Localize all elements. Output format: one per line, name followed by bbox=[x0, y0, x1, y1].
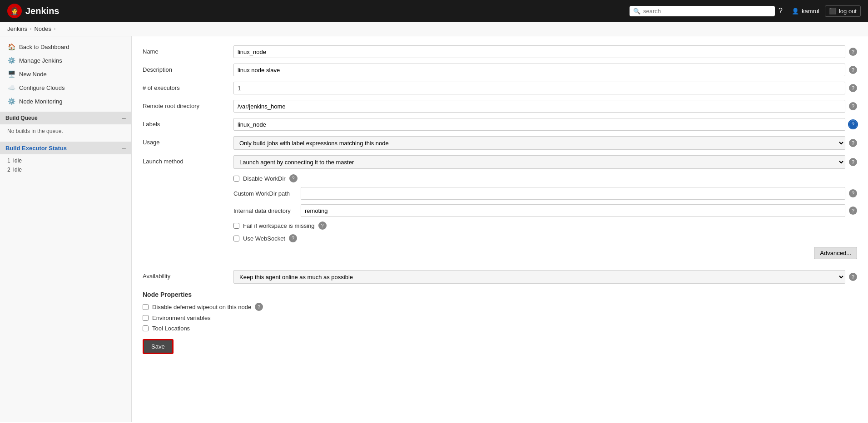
header: 🤵 Jenkins 🔍 ? 👤 kamrul ⬛ log out bbox=[0, 0, 868, 22]
gear-icon: ⚙️ bbox=[7, 57, 15, 64]
usage-help-icon[interactable]: ? bbox=[849, 139, 857, 147]
internal-data-row: Internal data directory ? bbox=[233, 204, 857, 217]
breadcrumb-jenkins[interactable]: Jenkins bbox=[7, 25, 27, 32]
internal-data-input[interactable] bbox=[301, 204, 845, 217]
logout-button[interactable]: ⬛ log out bbox=[825, 5, 861, 17]
usage-label: Usage bbox=[143, 136, 233, 146]
executors-label: # of executors bbox=[143, 82, 233, 91]
labels-input[interactable] bbox=[233, 118, 845, 131]
websocket-label: Use WebSocket bbox=[243, 235, 285, 242]
build-executor-section: Build Executor Status – bbox=[0, 142, 131, 154]
launch-method-control-wrap: Launch agent by connecting it to the mas… bbox=[233, 155, 857, 169]
build-queue-section: Build Queue – bbox=[0, 112, 131, 124]
websocket-help-icon[interactable]: ? bbox=[289, 234, 297, 242]
node-prop-wipeout-help-icon[interactable]: ? bbox=[255, 303, 263, 311]
cloud-icon: ☁️ bbox=[7, 84, 15, 91]
usage-row: Usage Only build jobs with label express… bbox=[143, 136, 857, 150]
username-label: kamrul bbox=[802, 8, 819, 15]
fail-workspace-help-icon[interactable]: ? bbox=[318, 221, 327, 230]
sidebar-item-label: New Node bbox=[19, 71, 47, 78]
launch-method-label: Launch method bbox=[143, 155, 233, 165]
availability-help-icon[interactable]: ? bbox=[849, 273, 857, 281]
usage-select[interactable]: Only build jobs with label expressions m… bbox=[233, 136, 845, 150]
node-properties-title: Node Properties bbox=[143, 291, 857, 298]
sidebar-item-node-monitoring[interactable]: ⚙️ Node Monitoring bbox=[0, 94, 131, 108]
node-prop-wipeout-label: Disable deferred wipeout on this node bbox=[152, 304, 251, 310]
breadcrumb-nodes[interactable]: Nodes bbox=[34, 25, 51, 32]
save-button[interactable]: Save bbox=[143, 339, 174, 354]
sidebar-item-manage-jenkins[interactable]: ⚙️ Manage Jenkins bbox=[0, 54, 131, 67]
sidebar-item-new-node[interactable]: 🖥️ New Node bbox=[0, 67, 131, 81]
executor-status-2: Idle bbox=[13, 167, 22, 173]
name-control-wrap: ? bbox=[233, 45, 857, 58]
sidebar-item-back-to-dashboard[interactable]: 🏠 Back to Dashboard bbox=[0, 40, 131, 54]
user-icon: 👤 bbox=[792, 8, 799, 15]
internal-data-help-icon[interactable]: ? bbox=[849, 207, 857, 215]
build-queue-title: Build Queue bbox=[5, 115, 38, 121]
node-prop-wipeout-row: Disable deferred wipeout on this node ? bbox=[143, 303, 857, 311]
node-prop-wipeout-checkbox[interactable] bbox=[143, 304, 149, 310]
main-content: Name ? Description ? # of executors ? Re… bbox=[132, 36, 868, 422]
websocket-checkbox[interactable] bbox=[233, 236, 239, 241]
breadcrumb-sep-1: › bbox=[30, 26, 31, 31]
node-prop-tools-checkbox[interactable] bbox=[143, 325, 149, 331]
availability-label: Availability bbox=[143, 270, 233, 280]
websocket-row: Use WebSocket ? bbox=[233, 234, 857, 242]
labels-help-icon[interactable]: ? bbox=[849, 120, 857, 128]
logout-icon: ⬛ bbox=[829, 8, 836, 15]
logout-label: log out bbox=[839, 8, 857, 15]
monitoring-icon: ⚙️ bbox=[7, 98, 15, 105]
build-queue-minimize[interactable]: – bbox=[122, 114, 126, 122]
launch-method-select[interactable]: Launch agent by connecting it to the mas… bbox=[233, 155, 845, 169]
jenkins-logo-link[interactable]: 🤵 Jenkins bbox=[7, 4, 59, 18]
build-executor-minimize[interactable]: – bbox=[122, 144, 126, 152]
fail-workspace-checkbox[interactable] bbox=[233, 223, 239, 229]
executor-number-2: 2 bbox=[7, 167, 10, 173]
disable-workdir-checkbox[interactable] bbox=[233, 176, 239, 182]
sidebar-item-label: Node Monitoring bbox=[19, 98, 62, 105]
node-prop-env-row: Environment variables bbox=[143, 315, 857, 321]
disable-workdir-row: Disable WorkDir ? bbox=[233, 174, 857, 182]
internal-data-label: Internal data directory bbox=[233, 207, 297, 214]
remote-root-input[interactable] bbox=[233, 100, 845, 113]
description-control-wrap: ? bbox=[233, 64, 857, 76]
search-icon: 🔍 bbox=[633, 8, 640, 15]
custom-workdir-label: Custom WorkDir path bbox=[233, 190, 297, 197]
availability-select[interactable]: Keep this agent online as much as possib… bbox=[233, 270, 845, 284]
executors-help-icon[interactable]: ? bbox=[849, 84, 857, 92]
disable-workdir-help-icon[interactable]: ? bbox=[289, 174, 298, 182]
node-prop-env-checkbox[interactable] bbox=[143, 315, 149, 321]
monitor-icon: 🖥️ bbox=[7, 70, 15, 78]
executor-status-1: Idle bbox=[13, 157, 22, 164]
home-icon: 🏠 bbox=[7, 43, 15, 50]
executors-control-wrap: ? bbox=[233, 82, 857, 94]
remote-root-control-wrap: ? bbox=[233, 100, 857, 113]
executors-row: # of executors ? bbox=[143, 82, 857, 94]
availability-control-wrap: Keep this agent online as much as possib… bbox=[233, 270, 857, 284]
sidebar-item-label: Back to Dashboard bbox=[19, 44, 69, 50]
custom-workdir-help-icon[interactable]: ? bbox=[849, 189, 857, 197]
name-input[interactable] bbox=[233, 45, 845, 58]
executor-item-1: 1 Idle bbox=[0, 156, 131, 165]
launch-nested-row: Disable WorkDir ? Custom WorkDir path ? … bbox=[233, 174, 857, 265]
remote-root-help-icon[interactable]: ? bbox=[849, 102, 857, 110]
advanced-button[interactable]: Advanced... bbox=[814, 247, 857, 259]
description-input[interactable] bbox=[233, 64, 845, 76]
node-prop-tools-row: Tool Locations bbox=[143, 325, 857, 332]
name-help-icon[interactable]: ? bbox=[849, 48, 857, 56]
breadcrumb-sep-2: › bbox=[54, 26, 55, 31]
executors-input[interactable] bbox=[233, 82, 845, 94]
description-help-icon[interactable]: ? bbox=[849, 66, 857, 74]
disable-workdir-label: Disable WorkDir bbox=[243, 175, 286, 182]
sidebar-item-configure-clouds[interactable]: ☁️ Configure Clouds bbox=[0, 81, 131, 94]
custom-workdir-input[interactable] bbox=[301, 187, 845, 200]
search-input[interactable] bbox=[643, 8, 771, 15]
header-help-button[interactable]: ? bbox=[779, 7, 783, 15]
sidebar-item-label: Manage Jenkins bbox=[19, 57, 62, 64]
node-prop-env-label: Environment variables bbox=[152, 315, 211, 321]
description-row: Description ? bbox=[143, 64, 857, 76]
availability-row: Availability Keep this agent online as m… bbox=[143, 270, 857, 284]
launch-method-help-icon[interactable]: ? bbox=[849, 158, 857, 166]
build-executor-link[interactable]: Build Executor Status bbox=[5, 145, 67, 152]
remote-root-row: Remote root directory ? bbox=[143, 100, 857, 113]
